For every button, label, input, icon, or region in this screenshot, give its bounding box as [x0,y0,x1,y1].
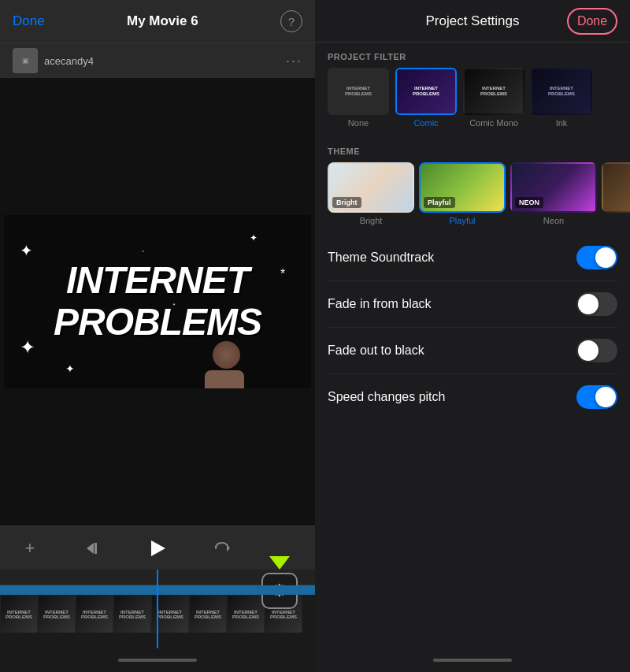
setting-row-fade-in: Fade in from black [328,281,617,328]
add-icon: + [25,538,35,559]
setting-row-speed-pitch: Speed changes pitch [328,374,617,420]
right-panel: Project Settings Done PROJECT FILTER INT… [315,0,630,672]
help-icon: ? [288,15,295,28]
filter-preview-comicmono: INTERNETPROBLEMS [465,69,523,113]
film-frame: INTERNETPROBLEMS [0,595,38,633]
theme-preview-neon: NEON [512,164,595,211]
redo-icon [213,540,230,557]
filter-thumb-comic[interactable]: INTERNETPROBLEMS [395,68,457,115]
theme-label-neon: Neon [543,216,564,225]
filter-label-none: None [348,118,369,128]
more-options-button[interactable]: ··· [286,53,302,69]
rewind-button[interactable] [80,534,108,562]
preview-area: ✦ ✦ * ✦ * ✦ * * INTERNET PROBLEMS [0,78,315,525]
theme-thumb-neon[interactable]: NEON [510,162,597,213]
down-arrow-indicator [269,556,290,570]
fade-out-toggle[interactable] [576,339,617,362]
theme-scroll[interactable]: Bright Bright Playful Playful NEON Neon [315,162,630,235]
project-settings-title: Project Settings [425,13,519,29]
character-silhouette [205,341,248,388]
filter-item-comic[interactable]: INTERNETPROBLEMS Comic [395,68,457,128]
filter-preview-ink: INTERNETPROBLEMS [532,69,591,113]
filter-label-ink: Ink [556,118,568,128]
film-frame: INTERNETPROBLEMS [189,595,227,633]
theme-item-neon[interactable]: NEON Neon [510,162,597,225]
theme-label-playful: Playful [449,216,475,225]
home-indicator-left [0,648,315,672]
theme-item-playful[interactable]: Playful Playful [419,162,506,225]
filter-preview-comic: INTERNETPROBLEMS [397,69,455,113]
theme-soundtrack-label: Theme Soundtrack [328,251,434,265]
film-frame: INTERNETPROBLEMS [227,595,265,633]
user-subheader: ▣ acecandy4 ··· [0,43,315,78]
filter-item-comicmono[interactable]: INTERNETPROBLEMS Comic Mono [463,68,524,128]
avatar: ▣ [13,48,38,73]
filter-thumb-none[interactable]: INTERNETPROBLEMS [328,68,389,115]
done-button-left[interactable]: Done [13,13,45,29]
svg-rect-1 [94,543,97,554]
speed-pitch-toggle[interactable] [576,385,617,409]
filter-label-comic: Comic [413,118,438,128]
fade-in-toggle[interactable] [576,292,617,316]
username-label: acecandy4 [44,55,286,67]
setting-row-theme-soundtrack: Theme Soundtrack [328,235,617,281]
theme-overlay-playful: Playful [424,197,455,208]
home-bar [118,659,197,662]
toggle-knob [595,387,616,407]
preview-canvas: ✦ ✦ * ✦ * ✦ * * INTERNET PROBLEMS [4,215,311,388]
speed-pitch-label: Speed changes pitch [328,390,445,404]
frames-row: INTERNETPROBLEMS INTERNETPROBLEMS INTERN… [0,595,302,633]
filter-section-label: PROJECT FILTER [315,43,630,68]
filter-item-ink[interactable]: INTERNETPROBLEMS Ink [531,68,592,128]
left-header: Done My Movie 6 ? [0,0,315,43]
svg-marker-2 [151,540,165,556]
settings-area: ⚙ [261,556,298,609]
filter-label-comicmono: Comic Mono [469,118,518,128]
svg-marker-0 [87,543,94,554]
theme-item-fourth[interactable] [602,162,630,225]
filter-preview-none: INTERNETPROBLEMS [329,69,387,113]
theme-label-bright: Bright [360,216,383,225]
help-button[interactable]: ? [280,10,302,32]
theme-overlay-bright: Bright [332,197,361,208]
done-button-right[interactable]: Done [567,8,617,35]
filter-thumb-comicmono[interactable]: INTERNETPROBLEMS [463,68,524,115]
home-bar-right [433,659,512,662]
play-icon [146,537,169,559]
fade-out-label: Fade out to black [328,343,424,358]
play-button[interactable] [143,534,172,562]
filter-item-none[interactable]: INTERNETPROBLEMS None [328,68,389,128]
redo-button[interactable] [207,534,235,562]
home-indicator-right [315,648,630,672]
right-header: Project Settings Done [315,0,630,43]
playhead [157,570,158,648]
toggle-knob [578,340,598,361]
theme-thumb-fourth[interactable] [602,162,630,213]
film-frame: INTERNETPROBLEMS [76,595,113,633]
setting-row-fade-out: Fade out to black [328,328,617,374]
filter-scroll[interactable]: INTERNETPROBLEMS None INTERNETPROBLEMS C… [315,68,630,137]
theme-preview-playful: Playful [421,164,504,211]
theme-overlay-neon: NEON [515,197,543,208]
theme-soundtrack-toggle[interactable] [576,246,617,269]
film-frame: INTERNETPROBLEMS [38,595,76,633]
theme-section-label: THEME [315,137,630,162]
film-frame: INTERNETPROBLEMS [113,595,151,633]
theme-item-bright[interactable]: Bright Bright [328,162,414,225]
settings-list: Theme Soundtrack Fade in from black Fade… [315,235,630,648]
toggle-knob [595,247,616,268]
left-panel: Done My Movie 6 ? ▣ acecandy4 ··· ✦ ✦ * … [0,0,315,672]
filter-thumb-ink[interactable]: INTERNETPROBLEMS [531,68,592,115]
theme-preview-bright: Bright [329,164,413,211]
theme-thumb-playful[interactable]: Playful [419,162,506,213]
toggle-knob [578,294,598,314]
fade-in-label: Fade in from black [328,297,432,311]
project-title: My Movie 6 [127,13,198,29]
preview-text: INTERNET PROBLEMS [54,260,261,343]
theme-preview-fourth [603,164,630,211]
theme-thumb-bright[interactable]: Bright [328,162,414,213]
add-clip-button[interactable]: + [16,534,44,562]
rewind-icon [85,540,102,557]
